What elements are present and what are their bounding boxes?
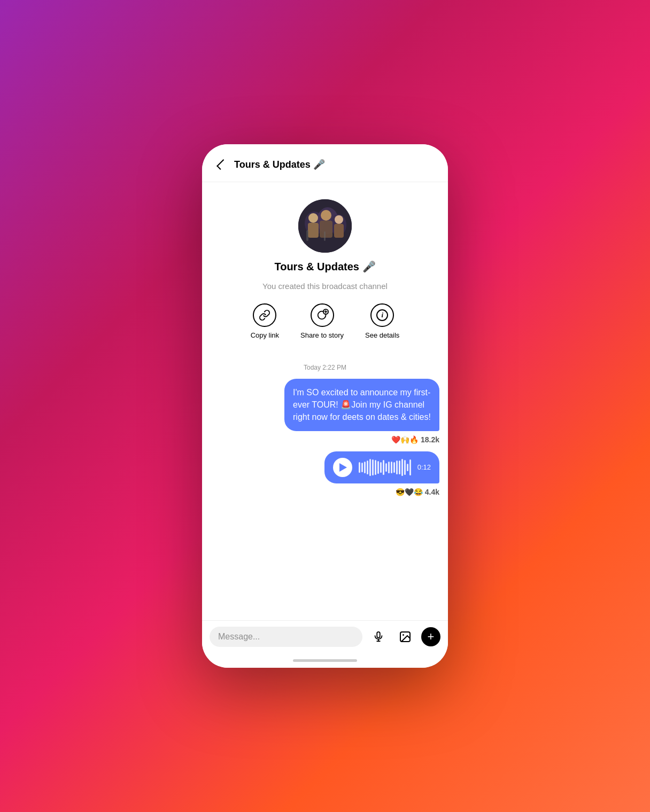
wave-bar (383, 460, 384, 475)
audio-message-bubble[interactable]: 0:12 (324, 451, 439, 483)
text-message-content: I'm SO excited to announce my first-ever… (293, 388, 431, 421)
wave-bar (388, 462, 390, 473)
see-details-action[interactable]: i See details (365, 303, 399, 339)
image-icon (399, 630, 412, 643)
svg-point-8 (335, 215, 343, 224)
channel-name: Tours & Updates 🎤 (274, 260, 375, 273)
audio-duration: 0:12 (417, 463, 431, 471)
share-story-label: Share to story (300, 331, 344, 339)
play-button[interactable] (333, 458, 352, 477)
microphone-icon (373, 631, 384, 643)
message-input-wrap[interactable]: Message... (210, 627, 362, 647)
svg-rect-16 (377, 632, 380, 638)
wave-bar (359, 462, 360, 473)
svg-rect-7 (320, 221, 332, 238)
audio-reaction-content: 😎🖤😂 4.4k (396, 488, 439, 496)
text-message-bubble: I'm SO excited to announce my first-ever… (284, 379, 439, 431)
home-indicator (202, 653, 448, 668)
header: Tours & Updates 🎤 (202, 144, 448, 182)
wave-bar (367, 460, 368, 474)
copy-link-action[interactable]: Copy link (251, 303, 279, 339)
header-title: Tours & Updates 🎤 (234, 159, 325, 170)
input-bar: Message... + (202, 620, 448, 653)
share-story-icon (316, 309, 329, 322)
avatar-svg (298, 199, 352, 253)
text-reaction-content: ❤️🙌🔥 18.2k (391, 435, 439, 444)
channel-description: You created this broadcast channel (262, 282, 388, 291)
message-timestamp: Today 2:22 PM (211, 364, 439, 371)
text-reactions[interactable]: ❤️🙌🔥 18.2k (391, 435, 439, 444)
wave-bar (391, 462, 392, 473)
channel-profile: Tours & Updates 🎤 You created this broad… (202, 182, 448, 355)
wave-bar (393, 462, 395, 473)
message-placeholder: Message... (218, 632, 260, 642)
messages-area: Today 2:22 PM I'm SO excited to announce… (202, 355, 448, 620)
wave-bar (375, 460, 376, 475)
svg-point-6 (321, 210, 331, 221)
share-story-icon-circle (311, 303, 334, 327)
back-button[interactable] (211, 155, 230, 174)
wave-bar (369, 459, 371, 476)
info-icon: i (376, 309, 388, 321)
channel-avatar (298, 199, 352, 253)
back-icon (216, 159, 227, 170)
wave-bar (399, 460, 400, 474)
svg-rect-5 (308, 223, 319, 238)
avatar-image (298, 199, 352, 253)
wave-bar (407, 464, 408, 471)
svg-rect-11 (324, 231, 326, 241)
wave-bar (385, 463, 387, 472)
wave-bar (377, 461, 379, 474)
wave-bar (396, 460, 398, 474)
home-bar (293, 659, 357, 662)
wave-bar (380, 462, 382, 473)
wave-bar (401, 459, 403, 476)
svg-point-20 (403, 634, 404, 636)
link-icon (259, 309, 270, 321)
audio-waveform (359, 459, 411, 476)
play-icon (339, 463, 347, 472)
wave-bar (364, 462, 366, 473)
wave-bar (361, 463, 363, 472)
copy-link-icon-circle (253, 303, 276, 327)
wave-bar (372, 459, 374, 475)
share-story-action[interactable]: Share to story (300, 303, 344, 339)
image-button[interactable] (394, 626, 416, 647)
svg-point-4 (308, 213, 318, 223)
actions-row: Copy link Share to story i (251, 303, 400, 339)
svg-rect-9 (334, 224, 344, 238)
plus-button[interactable]: + (421, 627, 440, 646)
see-details-label: See details (365, 331, 399, 339)
wave-bar (409, 459, 411, 475)
svg-rect-10 (306, 230, 308, 241)
wave-bar (404, 460, 406, 475)
plus-icon: + (428, 631, 435, 643)
see-details-icon-circle: i (370, 303, 394, 327)
phone-frame: Tours & Updates 🎤 (202, 144, 448, 668)
audio-reactions[interactable]: 😎🖤😂 4.4k (396, 488, 439, 496)
copy-link-label: Copy link (251, 331, 279, 339)
microphone-button[interactable] (368, 626, 389, 647)
